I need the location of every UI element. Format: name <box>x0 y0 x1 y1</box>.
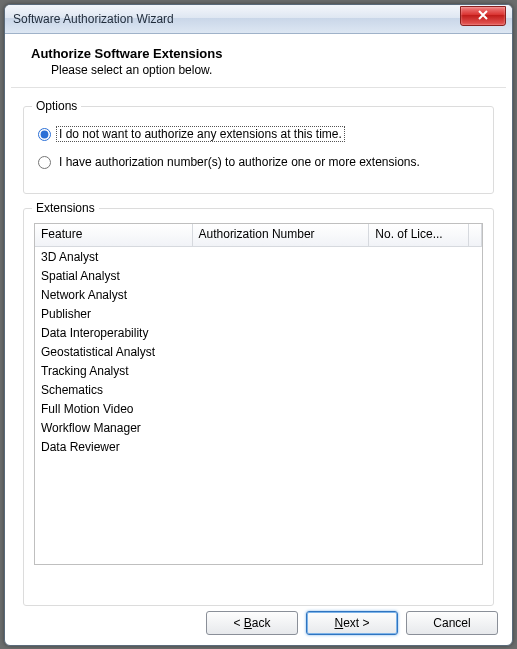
col-auth-number[interactable]: Authorization Number <box>193 224 370 246</box>
next-button[interactable]: Next > <box>306 611 398 635</box>
cell-feature: 3D Analyst <box>35 250 197 264</box>
cell-feature: Publisher <box>35 307 197 321</box>
wizard-body: Options I do not want to authorize any e… <box>5 88 512 606</box>
cell-feature: Geostatistical Analyst <box>35 345 197 359</box>
option-have-numbers[interactable]: I have authorization number(s) to author… <box>38 155 483 169</box>
table-row[interactable]: Network Analyst <box>35 285 482 304</box>
table-row[interactable]: Tracking Analyst <box>35 361 482 380</box>
table-row[interactable]: Schematics <box>35 380 482 399</box>
option-no-authorize[interactable]: I do not want to authorize any extension… <box>38 127 483 141</box>
cell-feature: Full Motion Video <box>35 402 197 416</box>
cancel-button-label: Cancel <box>433 616 470 630</box>
option-have-numbers-label: I have authorization number(s) to author… <box>57 155 422 169</box>
page-subtitle: Please select an option below. <box>31 61 498 77</box>
cell-feature: Schematics <box>35 383 197 397</box>
close-icon <box>478 10 488 22</box>
dialog-window: Software Authorization Wizard Authorize … <box>4 4 513 646</box>
options-group: Options I do not want to authorize any e… <box>23 106 494 194</box>
table-row[interactable]: Publisher <box>35 304 482 323</box>
wizard-footer: < Back Next > Cancel <box>206 611 498 635</box>
col-feature[interactable]: Feature <box>35 224 193 246</box>
cell-feature: Workflow Manager <box>35 421 197 435</box>
table-row[interactable]: Spatial Analyst <box>35 266 482 285</box>
table-row[interactable]: Geostatistical Analyst <box>35 342 482 361</box>
table-row[interactable]: Data Reviewer <box>35 437 482 456</box>
cell-feature: Tracking Analyst <box>35 364 197 378</box>
cell-feature: Data Reviewer <box>35 440 197 454</box>
extensions-table: Feature Authorization Number No. of Lice… <box>34 223 483 565</box>
table-row[interactable]: Full Motion Video <box>35 399 482 418</box>
extensions-group: Extensions Feature Authorization Number … <box>23 208 494 606</box>
options-legend: Options <box>32 99 81 113</box>
cancel-button[interactable]: Cancel <box>406 611 498 635</box>
option-have-numbers-radio[interactable] <box>38 156 51 169</box>
back-button-label: < Back <box>233 616 270 630</box>
next-button-label: Next > <box>334 616 369 630</box>
table-row[interactable]: Data Interoperability <box>35 323 482 342</box>
close-button[interactable] <box>460 6 506 26</box>
titlebar[interactable]: Software Authorization Wizard <box>5 5 512 34</box>
col-licenses[interactable]: No. of Lice... <box>369 224 469 246</box>
window-title: Software Authorization Wizard <box>13 12 174 26</box>
table-row[interactable]: Workflow Manager <box>35 418 482 437</box>
table-header: Feature Authorization Number No. of Lice… <box>35 224 482 247</box>
option-no-authorize-label: I do not want to authorize any extension… <box>57 127 344 141</box>
table-row[interactable]: 3D Analyst <box>35 247 482 266</box>
back-button[interactable]: < Back <box>206 611 298 635</box>
page-title: Authorize Software Extensions <box>31 46 498 61</box>
cell-feature: Spatial Analyst <box>35 269 197 283</box>
cell-feature: Network Analyst <box>35 288 197 302</box>
cell-feature: Data Interoperability <box>35 326 197 340</box>
table-body: 3D AnalystSpatial AnalystNetwork Analyst… <box>35 247 482 456</box>
option-no-authorize-radio[interactable] <box>38 128 51 141</box>
extensions-legend: Extensions <box>32 201 99 215</box>
wizard-header: Authorize Software Extensions Please sel… <box>5 34 512 87</box>
col-spacer <box>469 224 482 246</box>
